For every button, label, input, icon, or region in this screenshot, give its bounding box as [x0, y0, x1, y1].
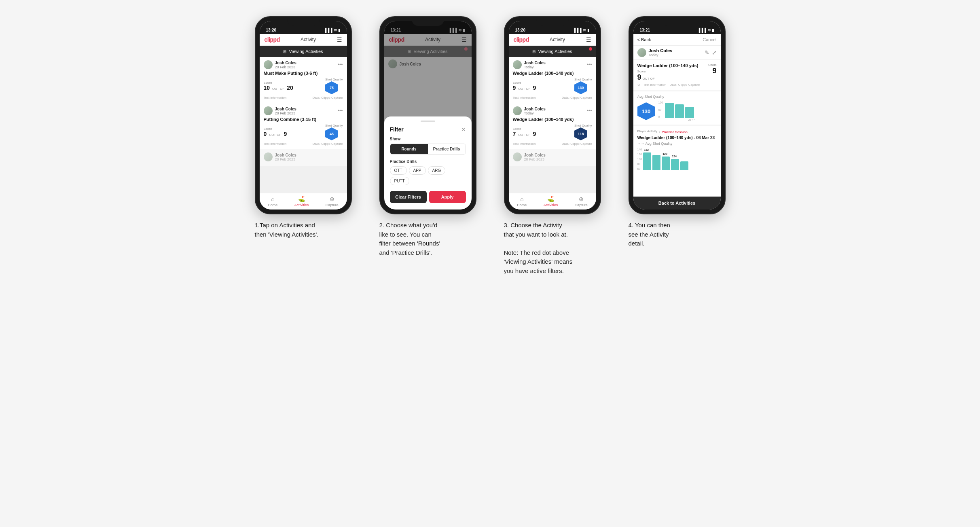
nav-home-3[interactable]: ⌂ Home: [517, 196, 527, 207]
caption-3: 3. Choose the Activitythat you want to l…: [504, 221, 601, 275]
bottom-nav-1: ⌂ Home ⛳ Activities ⊕ Capture: [260, 193, 347, 210]
sq-hex-1-2: 45: [325, 127, 338, 140]
big-hex-4: 130: [637, 102, 655, 120]
activity-list-1: Josh Coles 28 Feb 2023 ••• Must Make Put…: [260, 57, 347, 193]
player-activity-section-4: Player Activity › Practice Session Wedge…: [633, 126, 721, 197]
chip-arg[interactable]: ARG: [428, 166, 446, 175]
viewing-banner-3[interactable]: ⊞ Viewing Activities: [509, 46, 596, 57]
chip-ott[interactable]: OTT: [390, 166, 407, 175]
viewing-banner-1[interactable]: ⊞ Viewing Activities: [260, 46, 347, 57]
dots-menu-1-2[interactable]: •••: [338, 108, 343, 114]
info-right-1-2: Data: Clippd Capture: [313, 142, 343, 146]
back-btn-4[interactable]: < Back: [637, 37, 651, 42]
activity-card-1-2[interactable]: Josh Coles 28 Feb 2023 ••• Putting Combi…: [260, 103, 347, 149]
phone-4-notch: [661, 17, 693, 26]
caption-2: 2. Choose what you'dlike to see. You can…: [379, 221, 476, 257]
detail-stats-card-4: Wedge Ladder (100–140 yds) Score 9 OUT O…: [633, 60, 721, 90]
logo-1: clippd: [265, 36, 280, 43]
chip-app[interactable]: APP: [409, 166, 426, 175]
phone-4-frame: 13:21 ▐▐▐ ≋ ▮ < Back Cancel: [629, 16, 726, 214]
user-name-3-1: Josh Coles: [524, 61, 546, 65]
clear-filters-btn-2[interactable]: Clear Filters: [390, 191, 427, 203]
nav-activities-3[interactable]: ⛳ Activities: [544, 196, 558, 207]
sq-hex-3-1: 130: [574, 81, 587, 94]
phone-2-notch: [412, 17, 444, 26]
phones-row: 13:20 ▐▐▐ ≋ ▮ clippd Activity ☰ ⊞ View: [247, 16, 734, 275]
toggle-practice-2[interactable]: Practice Drills: [428, 144, 466, 154]
practice-drills-label-2: Practice Drills: [390, 159, 466, 164]
user-info-1-1: Josh Coles 28 Feb 2023: [264, 60, 296, 69]
nav-home-1[interactable]: ⌂ Home: [268, 196, 277, 207]
battery-icon: ▮: [338, 28, 341, 32]
activity-title-3-2: Wedge Ladder (100–140 yds): [513, 117, 592, 122]
detail-activity-title-4: Wedge Ladder (100–140 yds): [637, 63, 698, 68]
back-activities-btn-4[interactable]: Back to Activities: [633, 197, 721, 210]
home-icon-1: ⌂: [271, 196, 274, 202]
time-3: 13:20: [515, 28, 526, 32]
shots-value-1-1: 20: [287, 85, 293, 91]
edit-icon-4[interactable]: ✎: [705, 49, 709, 56]
nav-capture-3[interactable]: ⊕ Capture: [575, 196, 588, 207]
activity-card-1-3: Josh Coles 28 Feb 2023: [260, 149, 347, 166]
user-date-1-1: 28 Feb 2023: [275, 65, 296, 69]
filter-sheet-2: Filter ✕ Show Rounds Practice Drills Pra…: [384, 116, 472, 210]
activity-title-3-1: Wedge Ladder (100–140 yds): [513, 71, 592, 76]
dots-menu-3-2[interactable]: •••: [587, 108, 592, 114]
expand-icon-4[interactable]: ⤢: [712, 49, 717, 56]
shots-value-1-2: 9: [284, 131, 287, 137]
chart-x-label-4: APP: [667, 118, 717, 122]
menu-icon-1[interactable]: ☰: [337, 36, 342, 43]
nav-activities-1[interactable]: ⛳ Activities: [294, 196, 309, 207]
user-name-1-3: Josh Coles: [275, 153, 296, 157]
phone-2-col: 13:21 ▐▐▐ ≋ ▮ clippd Activity ☰ ⊞ View: [371, 16, 485, 257]
show-label-2: Show: [390, 137, 466, 141]
header-title-3: Activity: [550, 37, 565, 42]
filter-icon-3: ⊞: [532, 49, 536, 54]
user-date-3-1: Today: [524, 65, 546, 69]
avatar-1-3: [264, 152, 273, 161]
pa-bar-4-2: [662, 157, 670, 170]
dots-menu-1-1[interactable]: •••: [338, 62, 343, 68]
activity-card-1-1[interactable]: Josh Coles 28 Feb 2023 ••• Must Make Put…: [260, 57, 347, 103]
nav-capture-1[interactable]: ⊕ Capture: [326, 196, 339, 207]
dots-menu-3-1[interactable]: •••: [587, 62, 592, 68]
user-date-1-2: 28 Feb 2023: [275, 111, 296, 115]
apply-btn-2[interactable]: Apply: [429, 191, 466, 203]
signal-icon: ▐▐▐: [324, 28, 332, 32]
info-left-1-1: Test Information: [264, 96, 287, 99]
filter-chips-2: OTT APP ARG PUTT: [390, 166, 466, 185]
sq-hex-1-1: 75: [325, 81, 338, 94]
activity-card-3-1[interactable]: Josh Coles Today ••• Wedge Ladder (100–1…: [509, 57, 596, 103]
time-1: 13:20: [266, 28, 277, 32]
detail-shots-4: 9: [708, 67, 716, 75]
app-header-3: clippd Activity ☰: [509, 34, 596, 46]
stats-row-1-1: Score 10 OUT OF 20 Shot Quality: [264, 78, 343, 94]
battery-icon-3: ▮: [587, 28, 590, 32]
chip-putt[interactable]: PUTT: [390, 177, 409, 185]
user-date-3-2: Today: [524, 111, 546, 115]
banner-text-1: Viewing Activities: [289, 49, 323, 54]
detail-user-name-4: Josh Coles: [649, 48, 673, 53]
user-date-1-3: 28 Feb 2023: [275, 157, 296, 161]
user-info-1-3: Josh Coles 28 Feb 2023: [264, 152, 296, 161]
chart-bar-4-2: [685, 107, 694, 118]
status-icons-1: ▐▐▐ ≋ ▮: [324, 28, 340, 32]
phone-3-inner: 13:20 ▐▐▐ ≋ ▮ clippd Activity ☰ ⊞ Viewin…: [509, 21, 596, 210]
activity-card-3-2[interactable]: Josh Coles Today ••• Wedge Ladder (100–1…: [509, 103, 596, 149]
phone-2-inner: 13:21 ▐▐▐ ≋ ▮ clippd Activity ☰ ⊞ View: [384, 21, 472, 210]
detail-score-4: 9: [637, 73, 641, 82]
score-label-1-2: Score: [264, 127, 287, 131]
activity-list-3: Josh Coles Today ••• Wedge Ladder (100–1…: [509, 57, 596, 193]
app-header-1: clippd Activity ☰: [260, 34, 347, 46]
cancel-btn-4[interactable]: Cancel: [703, 37, 716, 42]
toggle-rounds-2[interactable]: Rounds: [390, 144, 428, 154]
filter-title-2: Filter: [390, 126, 404, 133]
detail-header-4: < Back Cancel: [633, 34, 721, 46]
pa-sub-4: →→ Avg Shot Quality: [637, 142, 717, 146]
sq-label-1-1: Shot Quality: [325, 78, 343, 81]
card-footer-1-2: Test Information Data: Clippd Capture: [264, 142, 343, 146]
filter-close-2[interactable]: ✕: [461, 126, 466, 133]
info-right-1-1: Data: Clippd Capture: [313, 96, 343, 99]
pa-bar-4-1: [652, 155, 660, 170]
menu-icon-3[interactable]: ☰: [586, 36, 591, 43]
